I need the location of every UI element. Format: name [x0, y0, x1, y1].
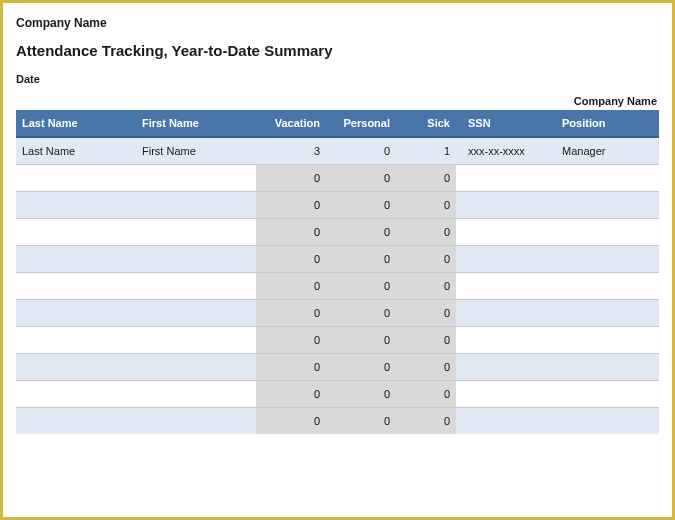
col-header-vacation: Vacation	[256, 110, 326, 137]
cell-firstname: First Name	[136, 137, 256, 165]
cell-ssn	[456, 273, 556, 300]
cell-firstname	[136, 246, 256, 273]
cell-vacation: 0	[256, 165, 326, 192]
cell-ssn	[456, 381, 556, 408]
cell-position	[556, 219, 659, 246]
cell-lastname	[16, 192, 136, 219]
cell-ssn	[456, 300, 556, 327]
cell-firstname	[136, 273, 256, 300]
cell-ssn	[456, 408, 556, 435]
cell-sick: 0	[396, 381, 456, 408]
cell-personal: 0	[326, 408, 396, 435]
cell-firstname	[136, 408, 256, 435]
page-title: Attendance Tracking, Year-to-Date Summar…	[16, 42, 659, 59]
cell-sick: 0	[396, 192, 456, 219]
company-name-label: Company Name	[16, 16, 659, 30]
cell-sick: 0	[396, 219, 456, 246]
cell-position	[556, 408, 659, 435]
content-area: Company Name Attendance Tracking, Year-t…	[3, 3, 672, 434]
cell-sick: 0	[396, 408, 456, 435]
cell-personal: 0	[326, 192, 396, 219]
cell-vacation: 0	[256, 273, 326, 300]
cell-personal: 0	[326, 300, 396, 327]
col-header-sick: Sick	[396, 110, 456, 137]
col-header-firstname: First Name	[136, 110, 256, 137]
cell-ssn	[456, 192, 556, 219]
cell-position	[556, 246, 659, 273]
cell-lastname	[16, 165, 136, 192]
cell-ssn	[456, 327, 556, 354]
cell-vacation: 0	[256, 246, 326, 273]
cell-firstname	[136, 354, 256, 381]
col-header-ssn: SSN	[456, 110, 556, 137]
cell-personal: 0	[326, 354, 396, 381]
cell-personal: 0	[326, 219, 396, 246]
cell-position	[556, 165, 659, 192]
cell-firstname	[136, 219, 256, 246]
cell-lastname	[16, 300, 136, 327]
cell-vacation: 0	[256, 300, 326, 327]
cell-vacation: 0	[256, 381, 326, 408]
table-row: Last NameFirst Name301xxx-xx-xxxxManager	[16, 137, 659, 165]
cell-personal: 0	[326, 137, 396, 165]
cell-personal: 0	[326, 273, 396, 300]
company-name-right: Company Name	[16, 95, 659, 107]
cell-position	[556, 300, 659, 327]
col-header-lastname: Last Name	[16, 110, 136, 137]
cell-sick: 0	[396, 327, 456, 354]
cell-lastname	[16, 273, 136, 300]
cell-position	[556, 354, 659, 381]
table-row: 000	[16, 273, 659, 300]
cell-position	[556, 327, 659, 354]
cell-personal: 0	[326, 381, 396, 408]
table-row: 000	[16, 381, 659, 408]
cell-position: Manager	[556, 137, 659, 165]
cell-firstname	[136, 165, 256, 192]
cell-lastname: Last Name	[16, 137, 136, 165]
cell-firstname	[136, 300, 256, 327]
table-row: 000	[16, 408, 659, 435]
cell-ssn: xxx-xx-xxxx	[456, 137, 556, 165]
cell-position	[556, 273, 659, 300]
cell-ssn	[456, 246, 556, 273]
cell-ssn	[456, 219, 556, 246]
cell-sick: 0	[396, 300, 456, 327]
cell-lastname	[16, 219, 136, 246]
attendance-table: Last Name First Name Vacation Personal S…	[16, 110, 659, 434]
table-row: 000	[16, 327, 659, 354]
cell-personal: 0	[326, 327, 396, 354]
cell-personal: 0	[326, 165, 396, 192]
cell-lastname	[16, 381, 136, 408]
cell-sick: 0	[396, 165, 456, 192]
cell-personal: 0	[326, 246, 396, 273]
cell-sick: 0	[396, 273, 456, 300]
cell-ssn	[456, 165, 556, 192]
cell-lastname	[16, 354, 136, 381]
cell-position	[556, 192, 659, 219]
col-header-personal: Personal	[326, 110, 396, 137]
cell-vacation: 0	[256, 408, 326, 435]
cell-vacation: 0	[256, 219, 326, 246]
cell-lastname	[16, 408, 136, 435]
table-row: 000	[16, 246, 659, 273]
cell-lastname	[16, 327, 136, 354]
cell-vacation: 0	[256, 192, 326, 219]
table-row: 000	[16, 219, 659, 246]
cell-ssn	[456, 354, 556, 381]
table-header-row: Last Name First Name Vacation Personal S…	[16, 110, 659, 137]
table-row: 000	[16, 354, 659, 381]
table-row: 000	[16, 165, 659, 192]
cell-position	[556, 381, 659, 408]
cell-firstname	[136, 327, 256, 354]
table-row: 000	[16, 300, 659, 327]
col-header-position: Position	[556, 110, 659, 137]
cell-firstname	[136, 381, 256, 408]
cell-firstname	[136, 192, 256, 219]
cell-vacation: 0	[256, 327, 326, 354]
cell-sick: 1	[396, 137, 456, 165]
cell-sick: 0	[396, 246, 456, 273]
cell-vacation: 3	[256, 137, 326, 165]
cell-lastname	[16, 246, 136, 273]
table-row: 000	[16, 192, 659, 219]
cell-vacation: 0	[256, 354, 326, 381]
